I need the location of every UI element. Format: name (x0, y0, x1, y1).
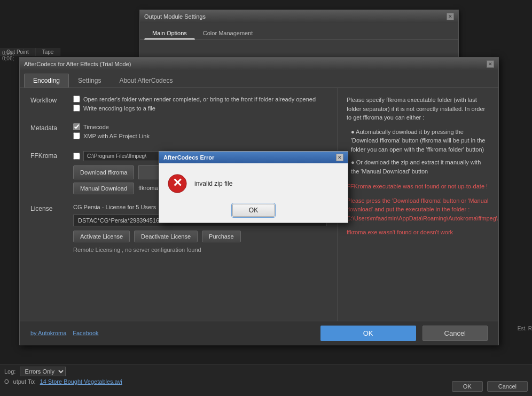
bottom-cancel-button[interactable]: Cancel (487, 381, 528, 392)
main-footer: by Autokroma Facebook OK Cancel (20, 321, 498, 345)
output-module-tabs: Main Options Color Management (140, 23, 458, 40)
right-panel-error3: ffkroma.exe wasn't found or doesn't work (347, 228, 490, 237)
metadata-section: Metadata Timecode XMP with AE Project Li… (30, 123, 327, 141)
activate-license-button[interactable]: Activate License (73, 231, 130, 242)
timecode-checkbox[interactable] (73, 123, 80, 130)
right-panel: Please specify ffkroma executable folder… (338, 88, 498, 330)
autokroma-link[interactable]: by Autokroma (30, 330, 66, 336)
metadata-label: Metadata (30, 123, 73, 132)
tape-label: Tape (36, 48, 61, 56)
output-label-text: utput To: (13, 378, 36, 385)
ffkroma-text: ffkroma (138, 183, 158, 194)
workflow-option-2: Write encoding logs to a file (73, 105, 327, 112)
license-label: License (30, 204, 73, 212)
metadata-option-1: Timecode (73, 123, 327, 130)
timecode-2: 0;06; (0, 54, 16, 62)
tab-color-management[interactable]: Color Management (195, 27, 261, 39)
log-row: Log: Errors Only (4, 367, 528, 376)
output-label: O (4, 378, 9, 385)
license-btn-row: Activate License Deactivate License Purc… (73, 231, 327, 242)
right-panel-main-text: Please specify ffkroma executable folder… (347, 96, 490, 122)
right-panel-bullet1: ● Automatically download it by pressing … (351, 128, 490, 154)
workflow-checkbox-2[interactable] (73, 105, 80, 112)
ffkroma-label: FFKroma (30, 151, 73, 160)
output-module-titlebar: Output Module Settings ✕ (140, 10, 458, 23)
deactivate-license-button[interactable]: Deactivate License (134, 231, 198, 242)
workflow-option-2-label: Write encoding logs to a file (83, 105, 155, 112)
metadata-option-2: XMP with AE Project Link (73, 132, 327, 139)
main-tabs: Encoding Settings About AfterCodecs (20, 70, 498, 88)
workflow-option-1: Open render's folder when render complet… (73, 96, 327, 102)
main-dialog-close-button[interactable]: ✕ (487, 60, 494, 68)
right-panel-bullet2: ● Or download the zip and extract it man… (351, 158, 490, 176)
timecode-label: Timecode (83, 124, 109, 130)
purchase-button[interactable]: Purchase (202, 231, 240, 242)
download-ffkroma-button[interactable]: Download ffkroma (73, 165, 134, 179)
tab-encoding[interactable]: Encoding (24, 74, 69, 88)
error-body: ✕ invalid zip file (159, 163, 348, 204)
log-label: Log: (4, 368, 15, 375)
footer-links: by Autokroma Facebook (30, 330, 99, 336)
bottom-bar: Log: Errors Only O utput To: 14 Store Bo… (0, 364, 532, 396)
log-select[interactable]: Errors Only (20, 367, 66, 376)
footer-ok-button[interactable]: OK (320, 326, 416, 341)
ffkroma-path-input[interactable] (83, 151, 169, 161)
error-message: invalid zip file (194, 180, 339, 187)
main-dialog-title: AfterCodecs for After Effects (Trial Mod… (24, 61, 131, 67)
output-row: O utput To: 14 Store Bought Vegetables.a… (4, 378, 528, 385)
xmp-label: XMP with AE Project Link (83, 133, 150, 139)
tab-settings[interactable]: Settings (69, 74, 110, 88)
remote-licensing-text: Remote Licensing , no server configurati… (73, 247, 327, 253)
output-module-title: Output Module Settings (144, 13, 206, 20)
tab-main-options[interactable]: Main Options (144, 27, 195, 39)
error-titlebar: AfterCodecs Error ✕ (159, 152, 348, 163)
tab-about[interactable]: About AfterCodecs (110, 74, 182, 88)
main-titlebar: AfterCodecs for After Effects (Trial Mod… (20, 58, 498, 70)
error-dialog-title: AfterCodecs Error (163, 154, 214, 161)
error-close-button[interactable]: ✕ (336, 154, 343, 161)
footer-cancel-button[interactable]: Cancel (423, 326, 488, 341)
small-btn-row: OK Cancel (452, 381, 528, 392)
workflow-content: Open render's folder when render complet… (73, 96, 327, 114)
footer-btn-group: OK Cancel (320, 326, 488, 341)
workflow-checkbox-1[interactable] (73, 96, 80, 102)
workflow-label: Workflow (30, 96, 73, 104)
right-panel-error1: FFKroma executable was not found or not … (347, 182, 490, 191)
error-icon: ✕ (168, 174, 187, 193)
right-panel-error2: Please press the 'Download ffkroma' butt… (347, 196, 490, 223)
workflow-option-1-label: Open render's folder when render complet… (83, 96, 316, 102)
metadata-content: Timecode XMP with AE Project Link (73, 123, 327, 141)
svg-text:✕: ✕ (173, 176, 182, 189)
xmp-checkbox[interactable] (73, 132, 80, 139)
output-module-close-button[interactable]: ✕ (447, 13, 454, 20)
bottom-ok-button[interactable]: OK (452, 381, 483, 392)
error-ok-button[interactable]: OK (232, 204, 275, 217)
error-dialog: AfterCodecs Error ✕ ✕ invalid zip file O… (159, 151, 348, 223)
est-label: Est. R (518, 326, 532, 331)
facebook-link[interactable]: Facebook (73, 330, 98, 336)
manual-download-button[interactable]: Manual Download (73, 183, 134, 194)
workflow-section: Workflow Open render's folder when rende… (30, 96, 327, 114)
error-footer: OK (159, 204, 348, 223)
ffkroma-checkbox[interactable] (73, 153, 80, 160)
output-value[interactable]: 14 Store Bought Vegetables.avi (40, 378, 122, 385)
